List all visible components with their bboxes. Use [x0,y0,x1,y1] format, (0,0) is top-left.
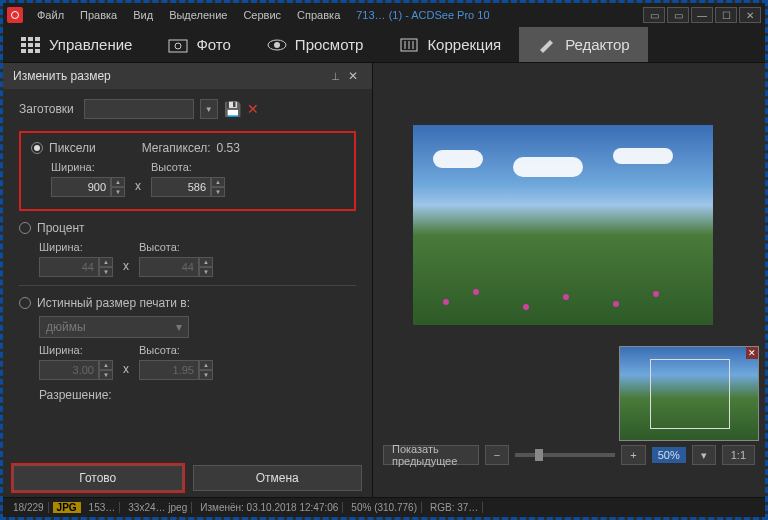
svg-point-12 [274,42,280,48]
radio-print[interactable] [19,297,31,309]
width-down[interactable]: ▼ [111,187,125,197]
print-height-input[interactable] [139,360,199,380]
statusbar: 18/229 JPG 153… 33x24… jpeg Изменён: 03.… [3,497,765,517]
pixels-section: Пиксели Мегапиксел: 0.53 Ширина: ▲▼ x [19,131,356,211]
status-rgb: RGB: 37… [426,502,483,513]
menu-edit[interactable]: Правка [72,9,125,21]
status-position: 18/229 [9,502,49,513]
radio-percent[interactable] [19,222,31,234]
resize-panel: Изменить размер ⟂ ✕ Заготовки ▼ 💾 ✕ Пикс… [3,63,373,497]
restore-group-icon[interactable]: ▭ [643,7,665,23]
status-format: JPG [53,502,81,513]
image-canvas[interactable] [413,125,713,325]
preview-area: ✕ Показать предыдущее − + 50% ▾ 1:1 [373,63,765,497]
window-title: 713… (1) - ACDSee Pro 10 [356,9,489,21]
cancel-button[interactable]: Отмена [193,465,363,491]
grid-icon [21,37,41,53]
resolution-label: Разрешение: [39,388,356,402]
maximize-button[interactable]: ☐ [715,7,737,23]
menu-help[interactable]: Справка [289,9,348,21]
megapixel-value: 0.53 [217,141,240,155]
svg-rect-6 [21,49,26,53]
menu-file[interactable]: Файл [29,9,72,21]
tab-photo[interactable]: Фото [150,27,248,62]
width-up[interactable]: ▲ [111,177,125,187]
navigator-close-icon[interactable]: ✕ [746,347,758,359]
svg-rect-7 [28,49,33,53]
tab-edit[interactable]: Редактор [519,27,648,62]
panel-title: Изменить размер [13,69,111,83]
done-button[interactable]: Готово [13,465,183,491]
show-previous-button[interactable]: Показать предыдущее [383,445,479,465]
menu-tools[interactable]: Сервис [235,9,289,21]
print-width-input[interactable] [39,360,99,380]
app-icon [7,7,23,23]
svg-rect-3 [21,43,26,47]
svg-rect-2 [35,37,40,41]
status-dim: 33x24… jpeg [124,502,192,513]
pin-icon[interactable]: ⟂ [326,69,344,83]
width-input[interactable] [51,177,111,197]
svg-rect-1 [28,37,33,41]
restore-group2-icon[interactable]: ▭ [667,7,689,23]
minimize-button[interactable]: — [691,7,713,23]
presets-dropdown[interactable] [84,99,194,119]
status-size: 153… [85,502,121,513]
svg-rect-5 [35,43,40,47]
mode-tabs: Управление Фото Просмотр Коррекция Редак… [3,27,765,63]
height-input[interactable] [151,177,211,197]
brush-icon [537,37,557,53]
presets-label: Заготовки [19,102,74,116]
navigator-thumbnail[interactable]: ✕ [619,346,759,441]
preset-save-icon[interactable]: 💾 [224,101,241,117]
status-modified: Изменён: 03.10.2018 12:47:06 [196,502,343,513]
percent-width-input[interactable] [39,257,99,277]
radio-pixels[interactable] [31,142,43,154]
svg-rect-0 [21,37,26,41]
tab-develop[interactable]: Коррекция [381,27,519,62]
presets-chevron-icon[interactable]: ▼ [200,99,218,119]
svg-rect-4 [28,43,33,47]
height-down[interactable]: ▼ [211,187,225,197]
unit-dropdown[interactable]: дюймы ▾ [39,316,189,338]
menu-view[interactable]: Вид [125,9,161,21]
tab-manage[interactable]: Управление [3,27,150,62]
chevron-down-icon: ▾ [176,320,182,334]
zoom-in-button[interactable]: + [621,445,645,465]
menu-select[interactable]: Выделение [161,9,235,21]
close-button[interactable]: ✕ [739,7,761,23]
megapixel-label: Мегапиксел: [142,141,211,155]
svg-rect-8 [35,49,40,53]
tab-view[interactable]: Просмотр [249,27,382,62]
navigator-viewport[interactable] [650,359,730,429]
titlebar: Файл Правка Вид Выделение Сервис Справка… [3,3,765,27]
svg-rect-9 [169,40,187,52]
height-up[interactable]: ▲ [211,177,225,187]
zoom-dropdown[interactable]: ▾ [692,445,716,465]
preset-delete-icon[interactable]: ✕ [247,101,259,117]
zoom-slider[interactable] [515,453,615,457]
photo-icon [168,37,188,53]
eye-icon [267,37,287,53]
percent-height-input[interactable] [139,257,199,277]
sliders-icon [399,37,419,53]
zoom-value: 50% [652,447,686,463]
status-zoom: 50% (310.776) [347,502,422,513]
zoom-fit-button[interactable]: 1:1 [722,445,755,465]
svg-point-10 [175,43,181,49]
panel-close-icon[interactable]: ✕ [344,69,362,83]
zoom-out-button[interactable]: − [485,445,509,465]
